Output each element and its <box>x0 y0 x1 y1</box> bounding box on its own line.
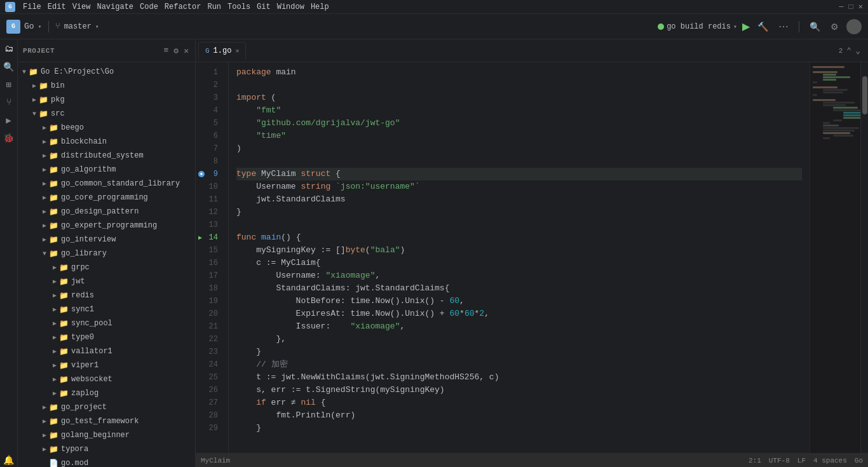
build-label[interactable]: go build redis <box>667 22 731 31</box>
keyword: func <box>236 231 256 244</box>
tree-item-sync-pool[interactable]: ▶ 📁 sync_pool <box>18 316 195 330</box>
tree-item-jwt[interactable]: ▶ 📁 jwt <box>18 274 195 288</box>
string: "xiaomage" <box>325 269 375 282</box>
tree-item-src[interactable]: ▼ 📁 src <box>18 107 195 121</box>
code-line-2 <box>236 79 802 91</box>
tree-item-websocket[interactable]: ▶ 📁 websocket <box>18 372 195 386</box>
tree-item-zaplog[interactable]: ▶ 📁 zaplog <box>18 386 195 400</box>
tree-item-grpc[interactable]: ▶ 📁 grpc <box>18 261 195 274</box>
project-name[interactable]: Go <box>24 22 34 31</box>
tree-arrow: ▼ <box>31 111 38 118</box>
find-button[interactable]: 🔍 <box>2 60 16 74</box>
menu-help[interactable]: Help <box>311 3 329 11</box>
sidebar-gear-icon[interactable]: ⚙ <box>172 44 180 57</box>
git-button[interactable]: ⑂ <box>2 95 16 109</box>
more-actions-button[interactable]: ⋯ <box>776 19 791 34</box>
code-line-22: }, <box>236 333 802 346</box>
run-button[interactable]: ▶ <box>742 20 750 32</box>
tree-item-blockchain[interactable]: ▶ 📁 blockchain <box>18 135 195 149</box>
tree-item-go-common-standard-library[interactable]: ▶ 📁 go_common_standard_library <box>18 177 195 191</box>
line-num-26: 26 <box>196 384 223 396</box>
menu-view[interactable]: View <box>72 3 91 11</box>
tree-item-go-core-programming[interactable]: ▶ 📁 go_core_programming <box>18 191 195 205</box>
expand-icon[interactable]: ⌄ <box>855 46 860 56</box>
line-num-13: 13 <box>196 219 223 231</box>
structure-button[interactable]: ⊞ <box>2 78 16 91</box>
tree-item-sync1[interactable]: ▶ 📁 sync1 <box>18 302 195 316</box>
menu-edit[interactable]: Edit <box>48 3 66 11</box>
menu-code[interactable]: Code <box>140 3 158 11</box>
code-line-19: NotBefore: time.Now().Unix() - 60, <box>236 295 802 308</box>
sidebar-collapse-icon[interactable]: ≡ <box>163 44 170 57</box>
tree-item-go-project[interactable]: ▶ 📁 go_project <box>18 400 195 414</box>
tree-item-viper1[interactable]: ▶ 📁 viper1 <box>18 358 195 372</box>
keyword: type <box>236 168 256 180</box>
tree-label: go_project <box>61 403 107 412</box>
keyword: struct <box>301 168 330 180</box>
line-num-20: 20 <box>196 308 223 320</box>
tree-item-go-interview[interactable]: ▶ 📁 go_interview <box>18 233 195 247</box>
tree-item-go-algorithm[interactable]: ▶ 📁 go_algorithm <box>18 163 195 177</box>
tree-item-beego[interactable]: ▶ 📁 beego <box>18 121 195 135</box>
tree-item-redis[interactable]: ▶ 📁 redis <box>18 288 195 302</box>
notifications-button[interactable]: 🔔 <box>2 453 16 467</box>
tree-item-golang-beginner[interactable]: ▶ 📁 golang_beginner <box>18 428 195 442</box>
function-name: main <box>261 231 281 244</box>
menu-navigate[interactable]: Navigate <box>97 3 133 11</box>
menu-refactor[interactable]: Refactor <box>165 3 201 11</box>
window-maximize[interactable]: □ <box>849 3 853 11</box>
branch-name[interactable]: master <box>64 22 92 31</box>
editor-tab-1go[interactable]: G 1.go ✕ <box>198 42 246 60</box>
keyword: import <box>236 91 266 104</box>
tree-item-go-mod[interactable]: ▶ 📄 go.mod <box>18 456 195 467</box>
code-editor[interactable]: package main import ( "fmt" "github.com/… <box>229 62 810 453</box>
tree-item-go-test-framework[interactable]: ▶ 📁 go_test_framework <box>18 414 195 428</box>
menu-file[interactable]: File <box>23 3 41 11</box>
folder-icon: 📁 <box>48 235 58 245</box>
window-close[interactable]: ✕ <box>858 2 863 11</box>
tree-item-vallator1[interactable]: ▶ 📁 vallator1 <box>18 344 195 358</box>
project-panel-button[interactable]: 🗂 <box>2 42 16 56</box>
tree-label: go_algorithm <box>61 165 116 174</box>
tree-item-go-expert-programming[interactable]: ▶ 📁 go_expert_programming <box>18 219 195 233</box>
chevron-down-icon: ▾ <box>38 23 42 30</box>
code-line-17: Username: "xiaomage", <box>236 269 802 282</box>
code-line-23: } <box>236 346 802 358</box>
tree-item-go-design-pattern[interactable]: ▶ 📁 go_design_pattern <box>18 205 195 219</box>
tree-label: viper1 <box>71 361 98 370</box>
tree-item-go-root[interactable]: ▼ 📁 Go E:\Project\Go <box>18 65 195 79</box>
debug-panel-button[interactable]: 🐞 <box>2 131 16 145</box>
collapse-icon[interactable]: ⌃ <box>846 46 851 56</box>
minimap <box>810 62 860 453</box>
tree-item-type0[interactable]: ▶ 📁 type0 <box>18 330 195 344</box>
run-panel-button[interactable]: ▶ <box>2 113 16 127</box>
tree-item-go-library[interactable]: ▼ 📁 go_library <box>18 247 195 261</box>
folder-icon: 📁 <box>48 249 58 259</box>
code-line-6: "time" <box>236 130 802 142</box>
build-button[interactable]: 🔨 <box>755 20 771 33</box>
menu-git[interactable]: Git <box>257 3 271 11</box>
settings-button[interactable]: ⚙ <box>828 20 841 33</box>
search-everywhere-button[interactable]: 🔍 <box>807 20 823 33</box>
tree-label: go.mod <box>61 459 88 467</box>
window-minimize[interactable]: ─ <box>839 3 843 11</box>
vertical-scrollbar[interactable] <box>860 62 868 453</box>
tree-item-pkg[interactable]: ▶ 📁 pkg <box>18 93 195 107</box>
tab-close-button[interactable]: ✕ <box>235 47 239 55</box>
scroll-thumb[interactable] <box>862 76 867 114</box>
line-num-9: ● 9 <box>196 168 223 180</box>
tree-item-bin[interactable]: ▶ 📁 bin <box>18 79 195 93</box>
tree-arrow: ▶ <box>41 445 48 453</box>
menu-window[interactable]: Window <box>277 3 304 11</box>
menu-tools[interactable]: Tools <box>227 3 250 11</box>
code-line-15: mySigningKey := []byte("bala") <box>236 244 802 257</box>
avatar[interactable] <box>846 19 862 34</box>
tree-label: pkg <box>51 95 65 104</box>
sidebar-hide-icon[interactable]: ✕ <box>182 44 190 57</box>
tree-item-distributed-system[interactable]: ▶ 📁 distributed_system <box>18 149 195 163</box>
tree-item-typora[interactable]: ▶ 📁 typora <box>18 442 195 456</box>
menu-run[interactable]: Run <box>207 3 221 11</box>
string: "github.com/dgrijalva/jwt-go" <box>256 117 400 130</box>
file-type-indicator[interactable]: Go <box>855 457 863 464</box>
line-num-14: ▶ 14 <box>196 231 223 244</box>
